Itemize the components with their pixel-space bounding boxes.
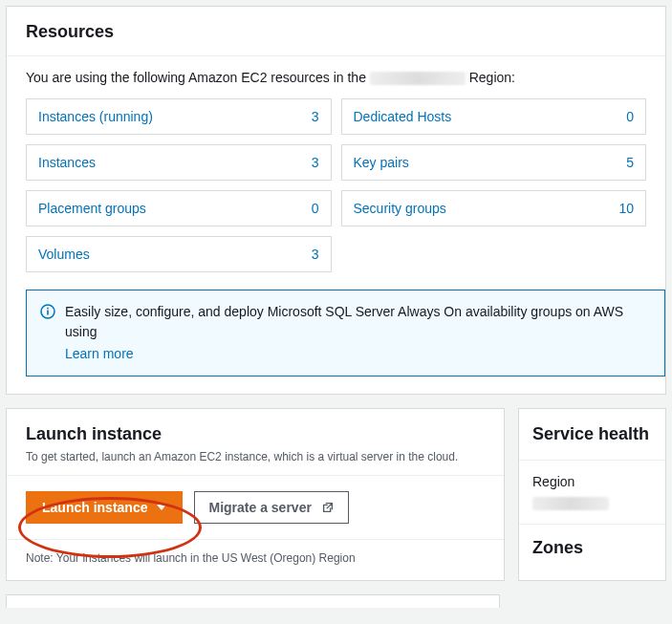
service-health-title: Service health	[519, 409, 665, 460]
tile-placement-groups[interactable]: Placement groups 0	[26, 190, 332, 226]
tile-count: 0	[312, 201, 319, 216]
button-label: Launch instance	[42, 500, 147, 515]
launch-title: Launch instance	[26, 424, 485, 444]
tile-instances[interactable]: Instances 3	[26, 144, 332, 181]
launch-header: Launch instance To get started, launch a…	[7, 409, 504, 475]
service-health-body: Region	[519, 461, 665, 524]
service-health-panel: Service health Region Zones	[518, 408, 666, 581]
learn-more-link[interactable]: Learn more	[65, 344, 651, 364]
tile-count: 5	[626, 155, 634, 170]
launch-instance-panel: Launch instance To get started, launch a…	[6, 408, 505, 581]
info-notice: Easily size, configure, and deploy Micro…	[26, 290, 665, 377]
migrate-server-button[interactable]: Migrate a server	[194, 491, 348, 524]
external-link-icon	[321, 501, 335, 514]
intro-suffix: Region:	[469, 70, 515, 85]
info-icon	[40, 304, 55, 319]
tile-count: 3	[312, 247, 319, 262]
tile-volumes[interactable]: Volumes 3	[26, 236, 332, 272]
notice-text: Easily size, configure, and deploy Micro…	[65, 302, 651, 364]
tile-key-pairs[interactable]: Key pairs 5	[341, 144, 647, 181]
tile-label: Placement groups	[38, 201, 146, 216]
tile-count: 10	[618, 201, 634, 216]
chevron-down-icon	[157, 505, 166, 510]
tile-label: Instances (running)	[38, 109, 153, 124]
panel-stub	[6, 594, 500, 608]
intro-prefix: You are using the following Amazon EC2 r…	[26, 70, 366, 85]
launch-buttons: Launch instance Migrate a server	[7, 476, 504, 539]
launch-instance-button[interactable]: Launch instance	[26, 491, 183, 524]
tile-count: 3	[312, 155, 319, 170]
svg-rect-2	[47, 308, 49, 310]
tile-security-groups[interactable]: Security groups 10	[341, 190, 647, 226]
tile-instances-running[interactable]: Instances (running) 3	[26, 98, 332, 135]
tile-count: 0	[626, 109, 634, 124]
region-label: Region	[532, 474, 652, 489]
resources-title: Resources	[7, 7, 665, 55]
resources-body: You are using the following Amazon EC2 r…	[7, 56, 665, 394]
notice-message: Easily size, configure, and deploy Micro…	[65, 304, 623, 339]
tile-label: Key pairs	[354, 155, 409, 170]
resources-intro: You are using the following Amazon EC2 r…	[26, 70, 646, 85]
resource-tiles: Instances (running) 3 Dedicated Hosts 0 …	[26, 98, 646, 272]
resources-panel: Resources You are using the following Am…	[6, 6, 666, 395]
zones-title: Zones	[519, 525, 665, 571]
tile-label: Dedicated Hosts	[354, 109, 452, 124]
button-label: Migrate a server	[208, 500, 311, 515]
tile-label: Instances	[38, 155, 96, 170]
svg-rect-1	[47, 311, 49, 315]
redacted-region-value	[532, 497, 609, 510]
launch-note: Note: Your instances will launch in the …	[7, 540, 504, 580]
tile-label: Security groups	[354, 201, 446, 216]
tile-dedicated-hosts[interactable]: Dedicated Hosts 0	[341, 98, 647, 135]
second-row: Launch instance To get started, launch a…	[6, 408, 666, 581]
tile-label: Volumes	[38, 247, 90, 262]
tile-count: 3	[312, 109, 319, 124]
launch-subtitle: To get started, launch an Amazon EC2 ins…	[26, 450, 485, 463]
redacted-region	[370, 72, 466, 85]
